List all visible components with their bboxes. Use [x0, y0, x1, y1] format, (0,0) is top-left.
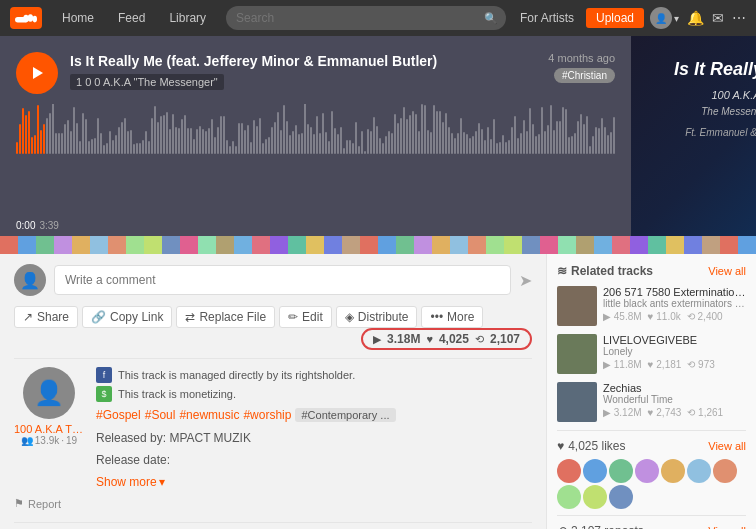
waveform[interactable] — [16, 104, 615, 216]
tag[interactable]: #newmusic — [179, 408, 239, 422]
copy-link-btn[interactable]: 🔗 Copy Link — [82, 306, 172, 328]
related-track-title[interactable]: 206 571 7580 Extermination Com... — [603, 286, 746, 298]
tag[interactable]: #worship — [243, 408, 291, 422]
waveform-bar — [148, 141, 150, 154]
waveform-bar — [49, 113, 51, 154]
likes-avatar[interactable] — [557, 459, 581, 483]
waveform-bar — [19, 124, 21, 154]
related-track-artist[interactable]: little black ants exterminators ext... — [603, 298, 746, 309]
track-artist[interactable]: 1 0 0 A.K.A "The Messenger" — [70, 74, 224, 90]
waveform-bar — [214, 137, 216, 154]
related-track-artist[interactable]: Wonderful Time — [603, 394, 746, 405]
for-artists-label[interactable]: For Artists — [514, 11, 580, 25]
soundcloud-logo[interactable] — [10, 7, 42, 29]
related-track-thumb[interactable] — [557, 382, 597, 422]
edit-btn[interactable]: ✏ Edit — [279, 306, 332, 328]
comments-section: 💬 440 comments Sorted by: Newest ▾ — [14, 522, 532, 529]
library-nav-btn[interactable]: Library — [157, 0, 218, 36]
svg-rect-3 — [15, 17, 28, 23]
related-track-artist[interactable]: Lonely — [603, 346, 746, 357]
waveform-bar — [448, 127, 450, 154]
likes-avatar[interactable] — [609, 459, 633, 483]
likes-view-all[interactable]: View all — [708, 440, 746, 452]
likes-avatar[interactable] — [557, 485, 581, 509]
genre-tag-badge[interactable]: #Christian — [554, 68, 615, 83]
search-input[interactable] — [226, 6, 506, 30]
waveform-bar — [517, 138, 519, 154]
waveform-bar — [349, 140, 351, 154]
related-reposts: ⟲ 1,261 — [687, 407, 723, 418]
waveform-bar — [301, 133, 303, 154]
nav-avatar[interactable]: 👤 — [650, 7, 672, 29]
tag[interactable]: #Soul — [145, 408, 176, 422]
related-track-title[interactable]: Zechias — [603, 382, 746, 394]
likes-avatar[interactable] — [661, 459, 685, 483]
more-actions-btn[interactable]: ••• More — [421, 306, 483, 328]
feed-nav-btn[interactable]: Feed — [106, 0, 157, 36]
send-icon[interactable]: ➤ — [519, 271, 532, 290]
likes-avatar[interactable] — [713, 459, 737, 483]
waveform-bar — [61, 133, 63, 154]
likes-avatar[interactable] — [583, 485, 607, 509]
replace-file-btn[interactable]: ⇄ Replace File — [176, 306, 275, 328]
plays-icon: ▶ — [373, 333, 381, 346]
waveform-bar — [43, 124, 45, 154]
waveform-bar — [475, 131, 477, 154]
likes-avatar[interactable] — [687, 459, 711, 483]
waveform-bar — [109, 131, 111, 154]
waveform-bar — [178, 128, 180, 154]
notification-icon[interactable]: 🔔 — [687, 10, 704, 26]
listener-avatar — [396, 236, 414, 254]
waveform-bar — [535, 136, 537, 154]
home-nav-btn[interactable]: Home — [50, 0, 106, 36]
related-track-thumb[interactable] — [557, 286, 597, 326]
artist-left: 👤 100 A.K.A The ... 👥 13.9k · 19 — [14, 367, 84, 446]
mail-icon[interactable]: ✉ — [712, 10, 724, 26]
time-total: 3:39 — [39, 220, 58, 231]
listener-avatar — [72, 236, 90, 254]
related-view-all[interactable]: View all — [708, 265, 746, 277]
play-button[interactable] — [16, 52, 58, 94]
distribute-icon: ◈ — [345, 310, 354, 324]
waveform-bar — [145, 131, 147, 154]
waveform-bar — [70, 131, 72, 154]
waveform-bar — [436, 111, 438, 154]
waveform-bar — [583, 124, 585, 154]
likes-avatar[interactable] — [583, 459, 607, 483]
waveform-bar — [151, 118, 153, 154]
report-link[interactable]: ⚑ Report — [14, 497, 532, 510]
likes-avatar[interactable] — [609, 485, 633, 509]
comment-input[interactable] — [54, 265, 511, 295]
waveform-bar — [430, 132, 432, 154]
waveform-bar — [217, 127, 219, 154]
waveform-bar — [418, 131, 420, 154]
related-track-title[interactable]: LIVELOVEGIVEBE — [603, 334, 746, 346]
likes-avatar[interactable] — [635, 459, 659, 483]
reposts-view-all[interactable]: View all — [708, 525, 746, 529]
upload-btn[interactable]: Upload — [586, 8, 644, 28]
distribute-btn[interactable]: ◈ Distribute — [336, 306, 418, 328]
waveform-bar — [232, 141, 234, 154]
related-track-thumb[interactable] — [557, 334, 597, 374]
share-btn[interactable]: ↗ Share — [14, 306, 78, 328]
waveform-bar — [259, 118, 261, 154]
waveform-bar — [265, 139, 267, 154]
more-nav-icon[interactable]: ⋯ — [732, 10, 746, 26]
waveform-bar — [364, 151, 366, 154]
listener-avatar — [450, 236, 468, 254]
listener-avatar — [360, 236, 378, 254]
tag[interactable]: #Gospel — [96, 408, 141, 422]
waveform-bar — [586, 116, 588, 154]
tag-more[interactable]: #Contemporary ... — [295, 408, 395, 422]
artist-avatar[interactable]: 👤 — [23, 367, 75, 419]
share-icon: ↗ — [23, 310, 33, 324]
related-track-item: 206 571 7580 Extermination Com... little… — [557, 286, 746, 326]
listener-avatar — [216, 236, 234, 254]
listener-avatar — [342, 236, 360, 254]
waveform-bar — [595, 127, 597, 154]
show-more-btn[interactable]: Show more ▾ — [96, 475, 532, 489]
waveform-bar — [433, 105, 435, 154]
waveform-bar — [526, 131, 528, 154]
artist-name-label[interactable]: 100 A.K.A The ... — [14, 423, 84, 435]
right-sidebar: ≋ Related tracks View all 206 571 7580 E… — [546, 254, 756, 529]
